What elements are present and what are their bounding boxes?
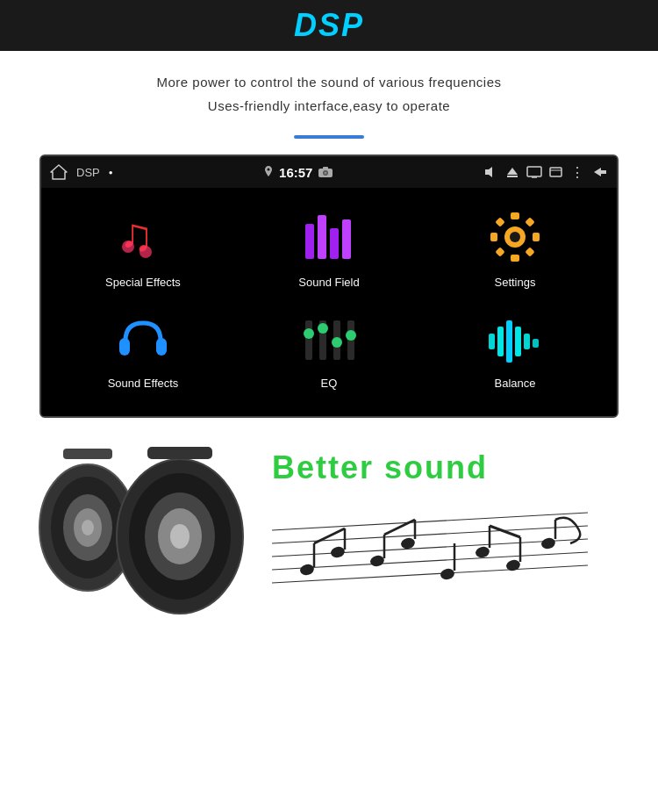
svg-rect-19 [342,219,351,259]
speaker-illustration [18,440,263,619]
special-effects-icon: ♫ [111,205,175,269]
camera-icon [318,166,333,178]
svg-rect-29 [525,247,534,256]
app-grid: ♫ Special Effects Sound Field [41,188,617,416]
svg-rect-23 [511,255,519,262]
settings-label: Settings [495,276,536,289]
svg-point-4 [325,172,327,175]
back-icon[interactable] [592,166,608,178]
app-special-effects[interactable]: ♫ Special Effects [50,205,236,289]
sound-field-icon [297,205,361,269]
svg-rect-16 [305,224,314,259]
header: DSP [0,0,658,51]
more-icon[interactable]: ⋮ [570,164,585,181]
app-settings[interactable]: Settings [422,205,608,289]
settings-icon [483,205,547,269]
subtitle-section: More power to control the sound of vario… [0,51,658,126]
app-sound-effects[interactable]: Sound Effects [50,306,236,390]
svg-point-72 [369,554,386,568]
window-icon [549,166,563,178]
sound-field-label: Sound Field [298,276,359,289]
svg-marker-7 [507,168,518,175]
balance-label: Balance [495,377,536,390]
android-screen: DSP ● 16:57 [39,154,619,418]
svg-marker-0 [51,165,67,179]
svg-rect-8 [507,176,518,177]
time-display: 16:57 [279,165,312,180]
svg-rect-55 [63,449,112,459]
svg-point-60 [170,524,190,549]
app-sound-field[interactable]: Sound Field [236,205,422,289]
svg-rect-30 [119,338,130,356]
svg-line-65 [272,552,588,570]
subtitle-line1: More power to control the sound of vario… [35,70,623,94]
subtitle-line2: Uses-friendly interface,easy to operate [35,94,623,118]
app-balance[interactable]: Balance [422,306,608,390]
svg-point-79 [475,545,491,559]
svg-rect-22 [511,212,519,219]
svg-rect-32 [305,320,312,360]
svg-point-34 [304,328,314,339]
svg-rect-5 [323,167,328,169]
svg-point-67 [299,563,316,577]
music-notes-decoration [272,495,588,609]
svg-rect-26 [495,217,504,226]
balance-icon [483,306,547,370]
status-bar-left: DSP ● [50,164,113,180]
decorative-divider [294,135,364,139]
svg-point-40 [332,337,342,348]
svg-marker-6 [485,167,492,177]
status-bar-right: ⋮ [484,164,608,181]
svg-point-54 [82,520,94,535]
better-sound-section: Better sound [0,418,658,619]
svg-point-14 [122,241,134,253]
eq-label: EQ [321,377,338,390]
status-dot: ● [109,169,113,176]
screen-icon [526,166,542,178]
special-effects-label: Special Effects [105,276,181,289]
sound-effects-icon [111,306,175,370]
svg-rect-46 [506,320,512,363]
svg-rect-18 [330,228,339,259]
status-bar-center: 16:57 [120,165,477,180]
svg-point-84 [540,536,557,550]
svg-rect-25 [533,233,540,241]
app-name-label: DSP [76,166,100,179]
location-icon [263,166,274,178]
home-icon [50,164,68,180]
svg-rect-48 [524,334,530,349]
svg-rect-11 [550,168,561,176]
better-sound-title: Better sound [272,449,488,486]
page-title: DSP [294,7,364,44]
svg-line-71 [314,528,345,543]
svg-point-43 [346,330,356,341]
svg-rect-44 [489,334,495,349]
svg-line-66 [272,565,588,583]
svg-rect-45 [497,327,504,356]
svg-rect-28 [495,247,504,256]
svg-point-77 [440,567,456,581]
svg-rect-9 [527,167,541,176]
svg-rect-61 [147,447,212,459]
svg-rect-27 [525,217,534,226]
svg-point-21 [510,232,520,242]
sound-effects-label: Sound Effects [108,377,179,390]
svg-rect-31 [156,338,167,356]
status-bar: DSP ● 16:57 [41,156,617,188]
svg-rect-47 [515,327,521,356]
svg-point-1 [268,169,270,171]
eq-icon [297,306,361,370]
svg-line-76 [384,520,415,535]
eject-icon [505,166,519,178]
volume-icon [484,166,498,178]
better-sound-content: Better sound [272,449,640,609]
svg-rect-24 [490,233,497,241]
svg-line-62 [272,513,588,530]
svg-rect-17 [318,215,326,259]
app-eq[interactable]: EQ [236,306,422,390]
svg-point-37 [318,323,328,334]
svg-rect-49 [533,339,539,348]
svg-point-69 [330,545,347,559]
svg-point-15 [139,246,152,258]
